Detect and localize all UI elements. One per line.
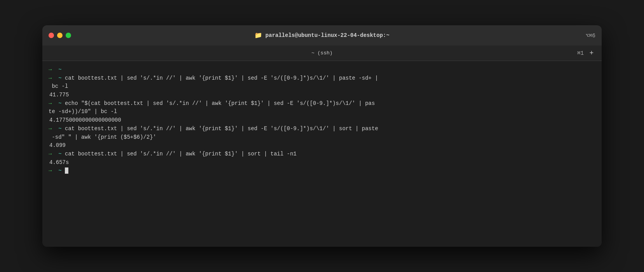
folder-icon: 📁 <box>254 31 262 39</box>
tab-number: ⌘1 <box>577 50 584 56</box>
terminal-line: → ~ cat boottest.txt | sed 's/.*in //' |… <box>49 150 595 159</box>
command-text: cat boottest.txt | sed 's/.*in //' | awk… <box>62 126 378 132</box>
titlebar-right: ⌥⌘6 <box>586 32 595 39</box>
window-title: parallels@ubuntu-linux-22-04-desktop:~ <box>265 32 389 38</box>
output-text: 4.17750000000000000000 <box>49 117 121 123</box>
titlebar: 📁 parallels@ubuntu-linux-22-04-desktop:~… <box>42 25 602 45</box>
command-text <box>62 167 65 174</box>
command-text: te -sd+))/10" | bc -l <box>49 108 117 115</box>
prompt-arrow: → <box>49 66 52 73</box>
prompt-tilde: ~ <box>58 167 61 174</box>
prompt-tilde: ~ <box>58 66 61 73</box>
terminal-line-continuation: bc -l <box>49 82 595 91</box>
command-text: cat boottest.txt | sed 's/.*in //' | awk… <box>62 151 297 157</box>
terminal-output: 4.17750000000000000000 <box>49 116 595 125</box>
output-text: 41.775 <box>49 92 69 98</box>
terminal-line: → ~ cat boottest.txt | sed 's/.*in //' |… <box>49 74 595 83</box>
output-text: 4.099 <box>49 142 66 148</box>
command-text: bc -l <box>49 83 68 89</box>
add-tab-button[interactable]: + <box>588 49 595 57</box>
terminal-output: 41.775 <box>49 91 595 99</box>
traffic-lights <box>49 33 71 38</box>
maximize-button[interactable] <box>66 33 71 38</box>
prompt-tilde: ~ <box>58 126 61 132</box>
terminal-window: 📁 parallels@ubuntu-linux-22-04-desktop:~… <box>42 25 602 247</box>
prompt-tilde: ~ <box>58 100 61 106</box>
output-text: 4.657s <box>49 159 69 166</box>
subtitlebar: ~ (ssh) ⌘1 + <box>42 45 602 61</box>
minimize-button[interactable] <box>57 33 63 38</box>
terminal-prompt-cursor: → ~ <box>49 167 595 175</box>
close-button[interactable] <box>49 33 54 38</box>
terminal-output: 4.657s <box>49 159 595 167</box>
command-text: -sd" " | awk '{print ($5+$6)/2}' <box>49 134 156 140</box>
keyboard-shortcut: ⌥⌘6 <box>586 32 595 39</box>
terminal-body[interactable]: → ~ → ~ cat boottest.txt | sed 's/.*in /… <box>42 61 602 247</box>
titlebar-center: 📁 parallels@ubuntu-linux-22-04-desktop:~ <box>254 31 389 39</box>
prompt-arrow: → <box>49 126 52 132</box>
prompt-arrow: → <box>49 100 52 106</box>
subtitlebar-right: ⌘1 + <box>577 49 595 57</box>
prompt-arrow: → <box>49 75 52 81</box>
terminal-line: → ~ cat boottest.txt | sed 's/.*in //' |… <box>49 125 595 133</box>
prompt-arrow: → <box>49 167 52 174</box>
command-text: echo "$(cat boottest.txt | sed 's/.*in /… <box>62 100 375 106</box>
terminal-line: → ~ echo "$(cat boottest.txt | sed 's/.*… <box>49 99 595 108</box>
session-label: ~ (ssh) <box>312 50 333 56</box>
terminal-cursor <box>65 167 68 174</box>
terminal-line-continuation: te -sd+))/10" | bc -l <box>49 108 595 116</box>
prompt-tilde: ~ <box>58 75 61 81</box>
command-text: cat boottest.txt | sed 's/.*in //' | awk… <box>62 75 378 81</box>
prompt-arrow: → <box>49 151 52 157</box>
terminal-output: 4.099 <box>49 141 595 150</box>
prompt-tilde: ~ <box>58 151 61 157</box>
terminal-line-continuation: -sd" " | awk '{print ($5+$6)/2}' <box>49 133 595 142</box>
terminal-line: → ~ <box>49 66 595 74</box>
